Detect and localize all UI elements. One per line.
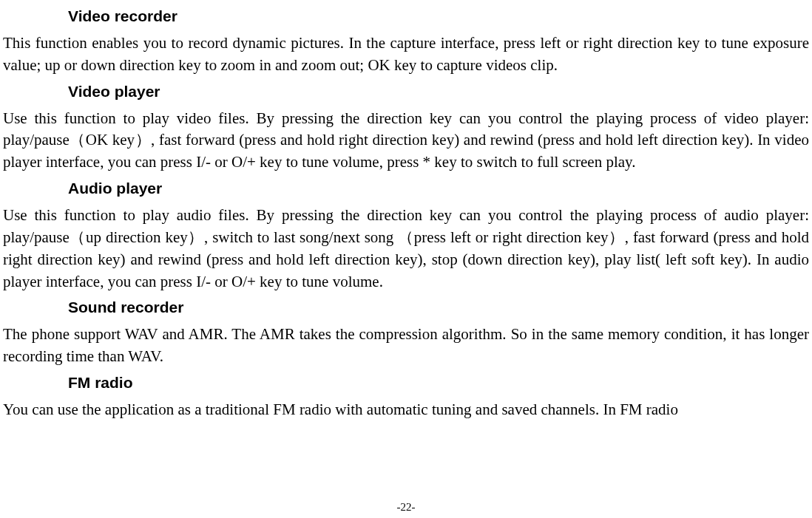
paragraph-fm-radio: You can use the application as a traditi…: [3, 399, 809, 421]
paragraph-video-player: Use this function to play video files. B…: [3, 108, 809, 174]
page-number: -22-: [0, 501, 812, 514]
heading-sound-recorder: Sound recorder: [68, 299, 809, 316]
heading-audio-player: Audio player: [68, 180, 809, 197]
heading-video-player: Video player: [68, 83, 809, 100]
heading-video-recorder: Video recorder: [68, 7, 809, 25]
heading-fm-radio: FM radio: [68, 374, 809, 392]
paragraph-audio-player: Use this function to play audio files. B…: [3, 205, 809, 293]
paragraph-sound-recorder: The phone support WAV and AMR. The AMR t…: [3, 324, 809, 368]
paragraph-video-recorder: This function enables you to record dyna…: [3, 33, 809, 77]
